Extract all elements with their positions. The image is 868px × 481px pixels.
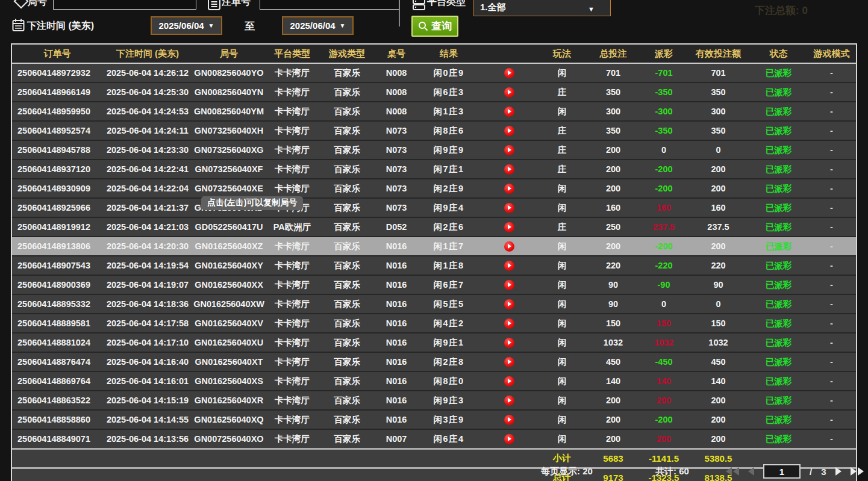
cell-game-type: 百家乐 xyxy=(319,198,375,217)
table-row[interactable]: 250604148858860 2025-06-04 14:14:55 GN01… xyxy=(12,410,856,429)
table-row[interactable]: 250604148889581 2025-06-04 14:17:58 GN01… xyxy=(12,314,856,333)
next-page-button[interactable] xyxy=(835,467,841,476)
play-video-icon[interactable] xyxy=(504,299,514,309)
cell-game-mode: - xyxy=(807,198,856,217)
query-button[interactable]: 查询 xyxy=(411,16,458,37)
play-video-icon[interactable] xyxy=(504,261,514,271)
order-id-input[interactable] xyxy=(260,0,399,10)
cell-game-mode: - xyxy=(807,237,856,256)
cell-table-no: N016 xyxy=(375,275,418,294)
table-row[interactable]: 250604148895332 2025-06-04 14:18:36 GN01… xyxy=(12,294,856,314)
table-row[interactable]: 250604148869764 2025-06-04 14:16:01 GN01… xyxy=(12,371,856,391)
table-row[interactable]: 250604148900369 2025-06-04 14:19:07 GN01… xyxy=(12,275,856,294)
cell-round-id[interactable]: GN016256040XY xyxy=(193,256,265,275)
cell-status: 已派彩 xyxy=(750,82,807,102)
cell-round-id[interactable]: GN073256040XE xyxy=(193,179,265,198)
table-row[interactable]: 250604148907543 2025-06-04 14:19:54 GN01… xyxy=(12,256,856,275)
table-row[interactable]: 250604148945788 2025-06-04 14:23:30 GN07… xyxy=(12,140,856,160)
table-row[interactable]: 250604148952574 2025-06-04 14:24:11 GN07… xyxy=(12,121,856,140)
cell-round-id[interactable]: GN007256040XO xyxy=(193,429,265,449)
cell-table-no: N008 xyxy=(375,82,418,102)
play-video-icon[interactable] xyxy=(504,145,514,155)
cell-round-id[interactable]: GN016256040XZ xyxy=(193,237,265,256)
cell-round-id[interactable]: GN008256040YM xyxy=(193,102,265,121)
cell-round-id[interactable]: GN016256040XX xyxy=(193,275,265,294)
last-page-button[interactable] xyxy=(851,467,864,476)
cell-platform: 卡卡湾厅 xyxy=(265,333,319,352)
cell-bet-time: 2025-06-04 14:19:54 xyxy=(102,256,193,275)
cell-order-id: 250604148952574 xyxy=(12,121,102,140)
round-id-label: 局号 xyxy=(28,0,47,8)
cell-result: 闲3庄9 xyxy=(418,410,479,429)
cell-result: 闲4庄2 xyxy=(418,314,479,333)
play-video-icon[interactable] xyxy=(504,241,514,252)
cell-game-mode: - xyxy=(807,371,856,391)
play-video-icon[interactable] xyxy=(504,415,514,425)
play-video-icon[interactable] xyxy=(504,376,514,386)
cell-valid-bet: 350 xyxy=(687,121,750,140)
play-video-icon[interactable] xyxy=(504,318,514,329)
cell-table-no: N016 xyxy=(375,237,418,256)
cell-round-id[interactable]: GN016256040XS xyxy=(193,371,265,391)
table-row[interactable]: 250604148876474 2025-06-04 14:16:40 GN01… xyxy=(12,352,856,371)
date-to-picker[interactable]: 2025/06/04 ▼ xyxy=(282,16,354,35)
play-video-icon[interactable] xyxy=(504,357,514,367)
query-button-label: 查询 xyxy=(431,19,452,33)
play-video-icon[interactable] xyxy=(504,434,514,444)
column-header-8: 玩法 xyxy=(539,45,585,63)
current-page-input[interactable]: 1 xyxy=(763,464,801,479)
prev-page-button[interactable] xyxy=(748,467,754,476)
cell-round-id[interactable]: GN008256040YO xyxy=(193,63,265,82)
play-video-icon[interactable] xyxy=(504,338,514,348)
cell-total-bet: 200 xyxy=(585,429,641,449)
play-video-icon[interactable] xyxy=(504,107,514,117)
platform-type-label: 平台类型 xyxy=(427,0,466,8)
cell-round-id[interactable]: GN016256040XT xyxy=(193,352,265,371)
table-row[interactable]: 250604148972932 2025-06-04 14:26:12 GN00… xyxy=(12,63,856,82)
round-id-input[interactable] xyxy=(53,0,196,10)
cell-round-id[interactable]: GN073256040XG xyxy=(193,140,265,160)
play-video-icon[interactable] xyxy=(504,222,514,232)
cell-round-id[interactable]: GN073256040XH xyxy=(193,121,265,140)
cell-round-id[interactable]: GN016256040XQ xyxy=(193,410,265,429)
table-row[interactable]: 250604148937120 2025-06-04 14:22:41 GN07… xyxy=(12,160,856,179)
cell-round-id[interactable]: GN073256040XF xyxy=(193,160,265,179)
play-video-icon[interactable] xyxy=(504,396,514,406)
total-pages-label: 3 xyxy=(821,467,826,477)
cell-table-no: N016 xyxy=(375,410,418,429)
table-row[interactable]: 250604148863522 2025-06-04 14:15:19 GN01… xyxy=(12,391,856,410)
cell-round-id[interactable]: GN016256040XV xyxy=(193,314,265,333)
play-video-icon[interactable] xyxy=(504,68,514,78)
table-row[interactable]: 250604148925966 2025-06-04 14:21:37 GN07… xyxy=(12,198,856,217)
play-video-icon[interactable] xyxy=(504,280,514,290)
cell-total-bet: 160 xyxy=(585,198,641,217)
cell-game-type: 百家乐 xyxy=(319,275,375,294)
faint-background-text: 下注总额: 0 xyxy=(755,4,808,17)
first-page-button[interactable] xyxy=(726,467,739,476)
cell-video xyxy=(479,371,539,391)
table-row[interactable]: 250604148881024 2025-06-04 14:17:10 GN01… xyxy=(12,333,856,352)
cell-video xyxy=(479,429,539,449)
cell-round-id[interactable]: GN016256040XR xyxy=(193,391,265,410)
play-video-icon[interactable] xyxy=(504,126,514,136)
table-row[interactable]: 250604148959950 2025-06-04 14:24:53 GN00… xyxy=(12,102,856,121)
cell-valid-bet: 350 xyxy=(687,82,750,102)
table-row[interactable]: 250604148919912 2025-06-04 14:21:03 GD05… xyxy=(12,217,856,237)
play-video-icon[interactable] xyxy=(504,203,514,213)
cell-valid-bet: 90 xyxy=(687,275,750,294)
chevron-down-icon: ▼ xyxy=(340,22,346,29)
cell-round-id[interactable]: GN016256040XU xyxy=(193,333,265,352)
table-row[interactable]: 250604148966149 2025-06-04 14:25:30 GN00… xyxy=(12,82,856,102)
table-row[interactable]: 250604148849071 2025-06-04 14:13:56 GN00… xyxy=(12,429,856,449)
cell-round-id[interactable]: GN008256040YN xyxy=(193,82,265,102)
play-video-icon[interactable] xyxy=(504,87,514,98)
cell-order-id: 250604148937120 xyxy=(12,160,102,179)
table-row[interactable]: 250604148913806 2025-06-04 14:20:30 GN01… xyxy=(12,237,856,256)
cell-round-id[interactable]: GD0522560417U xyxy=(193,217,265,237)
cell-round-id[interactable]: GN016256040XW xyxy=(193,294,265,314)
date-from-picker[interactable]: 2025/06/04 ▼ xyxy=(151,16,222,35)
platform-type-select[interactable]: 1.全部 ▼ xyxy=(473,0,611,16)
play-video-icon[interactable] xyxy=(504,164,514,175)
table-row[interactable]: 250604148930909 2025-06-04 14:22:04 GN07… xyxy=(12,179,856,198)
play-video-icon[interactable] xyxy=(504,184,514,194)
